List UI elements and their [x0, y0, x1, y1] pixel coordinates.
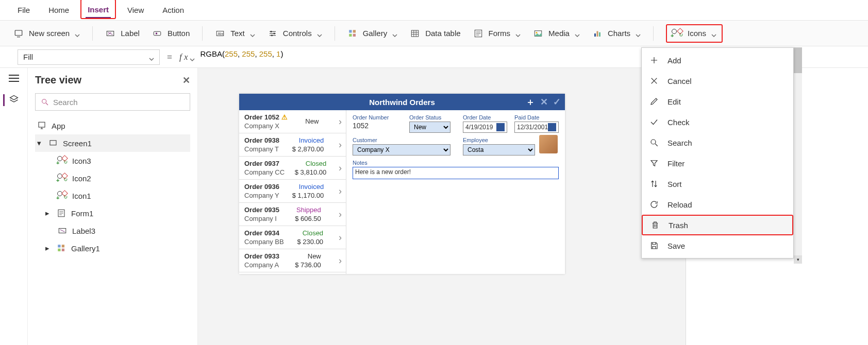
- iconmenu-add[interactable]: Add: [642, 50, 793, 71]
- separator: [202, 26, 203, 41]
- iconmenu-sort[interactable]: Sort: [642, 174, 793, 194]
- scroll-down-icon[interactable]: ▾: [794, 255, 802, 264]
- employee-select[interactable]: Costa: [463, 144, 535, 156]
- ribbon-media-label: Media: [548, 29, 570, 38]
- app-title: Northwind Orders: [369, 98, 435, 107]
- tree-node-form1[interactable]: ▸Form1: [35, 204, 190, 222]
- ribbon-charts-label: Charts: [608, 29, 630, 38]
- chevron-down-icon: [392, 31, 397, 36]
- icon-icon: +↻: [58, 174, 67, 183]
- button-icon: [152, 28, 162, 39]
- svg-point-10: [270, 30, 272, 32]
- menu-view[interactable]: View: [125, 3, 146, 18]
- ribbon-icons[interactable]: +↻ Icons: [666, 24, 723, 43]
- iconmenu-label: Check: [667, 118, 690, 127]
- tree-node-icon1[interactable]: +↻Icon1: [35, 187, 190, 204]
- order-status-select[interactable]: New: [409, 122, 450, 133]
- order-date-input[interactable]: 4/19/2019: [463, 122, 507, 133]
- svg-rect-30: [599, 32, 600, 36]
- ribbon-button[interactable]: Button: [152, 28, 190, 39]
- chevron-right-icon: ▸: [45, 209, 52, 218]
- chevron-down-icon: [575, 31, 580, 36]
- order-row[interactable]: Order 0938Company TInvoiced$ 2,870.00›: [239, 133, 346, 157]
- chevron-down-icon: [250, 31, 255, 36]
- paid-date-input[interactable]: 12/31/2001: [514, 122, 559, 133]
- screen-icon: [13, 28, 24, 39]
- order-number-value: 1052: [353, 122, 402, 130]
- tree-view-icon[interactable]: [3, 94, 19, 106]
- order-row[interactable]: Order 0934Company BBClosed$ 230.00›: [239, 226, 346, 249]
- order-row[interactable]: Order 0935Company IShipped$ 606.50›: [239, 203, 346, 226]
- svg-rect-17: [411, 30, 419, 37]
- tree-node-icon2[interactable]: +↻Icon2: [35, 169, 190, 187]
- fx-icon[interactable]: f x: [179, 52, 195, 62]
- check-icon[interactable]: ✓: [553, 96, 561, 108]
- tree-node-app[interactable]: App: [35, 117, 190, 134]
- icons-icon: +↻: [672, 28, 682, 39]
- iconmenu-trash[interactable]: Trash: [642, 215, 793, 235]
- iconmenu-label: Search: [667, 139, 692, 147]
- ribbon-text[interactable]: Abc Text: [215, 28, 255, 39]
- icon-icon: +↻: [58, 156, 67, 165]
- notes-input[interactable]: Here is a new order!: [353, 167, 559, 179]
- svg-text:Abc: Abc: [218, 32, 224, 36]
- order-list[interactable]: Order 1052 ⚠Company XNew›Order 0938Compa…: [239, 110, 346, 274]
- employee-avatar: [539, 135, 558, 153]
- ribbon-datatable[interactable]: Data table: [410, 28, 460, 39]
- ribbon-new-screen[interactable]: New screen: [13, 28, 80, 39]
- chevron-down-icon: [149, 55, 154, 60]
- iconmenu-search[interactable]: Search: [642, 132, 793, 153]
- ribbon-controls[interactable]: Controls: [268, 28, 322, 39]
- menu-file[interactable]: File: [15, 3, 32, 18]
- tree-node-label: Label3: [72, 227, 95, 235]
- ribbon-charts[interactable]: Charts: [592, 28, 641, 39]
- equals-icon: =: [167, 52, 172, 62]
- screen-icon: [48, 139, 58, 148]
- iconmenu-save[interactable]: Save: [642, 235, 793, 256]
- tree-node-label3[interactable]: Label3: [35, 222, 190, 239]
- ribbon-media[interactable]: Media: [533, 28, 580, 39]
- add-icon[interactable]: ＋: [526, 96, 535, 108]
- media-icon: [533, 28, 543, 39]
- order-row[interactable]: Order 0933Company ANew$ 736.00›: [239, 249, 346, 272]
- order-row[interactable]: Order 0937Company CCClosed$ 3,810.00›: [239, 157, 346, 180]
- tree-node-icon3[interactable]: +↻Icon3: [35, 152, 190, 169]
- iconmenu-check[interactable]: Check: [642, 112, 793, 132]
- order-row[interactable]: Order 1052 ⚠Company XNew›: [239, 110, 346, 133]
- ribbon-icons-label: Icons: [688, 29, 706, 38]
- menu-home[interactable]: Home: [46, 3, 71, 18]
- scrollbar-thumb[interactable]: [794, 47, 802, 73]
- employee-label: Employee: [463, 137, 540, 143]
- close-icon[interactable]: ✕: [540, 96, 548, 108]
- customer-select[interactable]: Company X: [353, 144, 450, 156]
- menu-action[interactable]: Action: [160, 3, 186, 18]
- iconmenu-cancel[interactable]: Cancel: [642, 71, 793, 91]
- ribbon: New screen Label Button Abc Text Control…: [0, 21, 868, 46]
- cancel-icon: [649, 76, 659, 86]
- tree-node-gallery1[interactable]: ▸Gallery1: [35, 239, 190, 257]
- left-rail: [0, 68, 28, 345]
- dropdown-scrollbar[interactable]: ▾: [794, 47, 802, 264]
- app-preview[interactable]: Northwind Orders ＋ ✕ ✓ Order 1052 ⚠Compa…: [239, 94, 565, 274]
- label-icon: [58, 226, 67, 235]
- ribbon-controls-label: Controls: [283, 29, 312, 38]
- iconmenu-filter[interactable]: Filter: [642, 153, 793, 174]
- ribbon-forms-label: Forms: [489, 29, 511, 38]
- svg-rect-13: [349, 30, 352, 32]
- order-row[interactable]: Order 0936Company YInvoiced$ 1,170.00›: [239, 180, 346, 203]
- calendar-icon: [496, 123, 505, 131]
- ribbon-forms[interactable]: Forms: [473, 28, 521, 39]
- svg-point-49: [651, 140, 656, 144]
- icons-dropdown: AddCancelEditCheckSearchFilterSortReload…: [641, 47, 794, 258]
- property-selector[interactable]: Fill: [18, 49, 160, 65]
- iconmenu-reload[interactable]: Reload: [642, 194, 793, 215]
- iconmenu-edit[interactable]: Edit: [642, 91, 793, 112]
- menu-insert[interactable]: Insert: [86, 2, 111, 19]
- tree-node-screen1[interactable]: ▾ Screen1: [35, 134, 190, 152]
- iconmenu-label: Sort: [667, 180, 682, 188]
- ribbon-label[interactable]: Label: [105, 28, 140, 39]
- tree-search[interactable]: Search: [35, 93, 190, 111]
- hamburger-icon[interactable]: [9, 74, 19, 84]
- close-icon[interactable]: ✕: [182, 75, 190, 86]
- ribbon-gallery[interactable]: Gallery: [347, 28, 398, 39]
